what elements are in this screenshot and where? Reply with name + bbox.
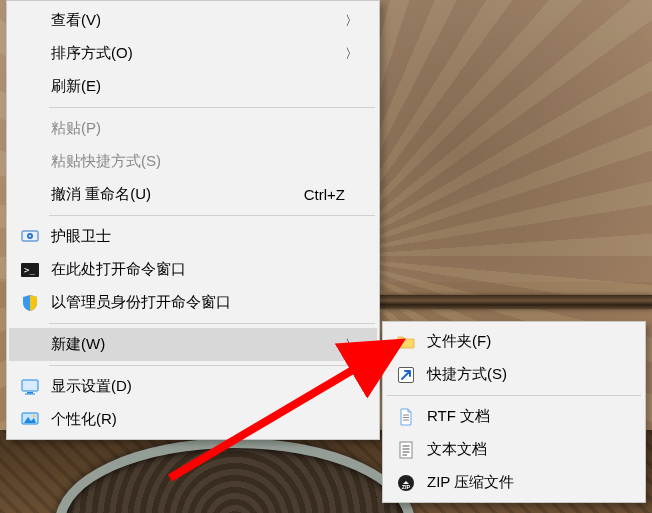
svg-rect-5 <box>22 380 38 391</box>
menu-label: 快捷方式(S) <box>427 365 621 384</box>
menu-label: 显示设置(D) <box>51 377 355 396</box>
svg-point-10 <box>33 414 36 417</box>
cmd-icon: >_ <box>21 261 39 279</box>
menu-item-new-txt[interactable]: 文本文档 <box>385 433 643 466</box>
menu-item-new[interactable]: 新建(W) 〉 <box>9 328 377 361</box>
menu-label: 护眼卫士 <box>51 227 355 246</box>
zip-icon: ZIP <box>397 474 415 492</box>
menu-item-paste: 粘贴(P) <box>9 112 377 145</box>
shield-icon <box>21 294 39 312</box>
menu-label: 文件夹(F) <box>427 332 621 351</box>
svg-rect-15 <box>400 442 412 458</box>
menu-item-eye-guard[interactable]: 护眼卫士 <box>9 220 377 253</box>
new-submenu: 文件夹(F) 快捷方式(S) RTF 文档 文本文档 ZIP ZIP 压缩文件 <box>382 321 646 503</box>
svg-text:>_: >_ <box>24 265 35 275</box>
menu-item-new-rtf[interactable]: RTF 文档 <box>385 400 643 433</box>
svg-point-2 <box>29 235 31 237</box>
menu-label: 撤消 重命名(U) <box>51 185 284 204</box>
menu-item-new-zip[interactable]: ZIP ZIP 压缩文件 <box>385 466 643 499</box>
menu-item-paste-shortcut: 粘贴快捷方式(S) <box>9 145 377 178</box>
menu-label: 文本文档 <box>427 440 621 459</box>
menu-item-display-settings[interactable]: 显示设置(D) <box>9 370 377 403</box>
chevron-right-icon: 〉 <box>345 336 355 354</box>
menu-item-open-cmd-admin[interactable]: 以管理员身份打开命令窗口 <box>9 286 377 319</box>
menu-label: 刷新(E) <box>51 77 355 96</box>
menu-label: 新建(W) <box>51 335 345 354</box>
menu-separator <box>49 107 375 108</box>
menu-label: 排序方式(O) <box>51 44 345 63</box>
personalize-icon <box>21 411 39 429</box>
menu-separator <box>49 215 375 216</box>
chevron-right-icon: 〉 <box>345 45 355 63</box>
menu-separator <box>387 395 641 396</box>
rtf-icon <box>397 408 415 426</box>
menu-label: 粘贴(P) <box>51 119 355 138</box>
menu-item-refresh[interactable]: 刷新(E) <box>9 70 377 103</box>
menu-label: 以管理员身份打开命令窗口 <box>51 293 355 312</box>
menu-label: 个性化(R) <box>51 410 355 429</box>
txt-icon <box>397 441 415 459</box>
menu-label: 粘贴快捷方式(S) <box>51 152 355 171</box>
chevron-right-icon: 〉 <box>345 12 355 30</box>
menu-shortcut: Ctrl+Z <box>284 186 345 203</box>
menu-item-sort[interactable]: 排序方式(O) 〉 <box>9 37 377 70</box>
eye-guard-icon <box>21 228 39 246</box>
shortcut-icon <box>397 366 415 384</box>
svg-rect-7 <box>25 393 35 394</box>
desktop-context-menu: 查看(V) 〉 排序方式(O) 〉 刷新(E) 粘贴(P) 粘贴快捷方式(S) … <box>6 0 380 440</box>
svg-rect-6 <box>27 392 33 394</box>
menu-item-new-shortcut[interactable]: 快捷方式(S) <box>385 358 643 391</box>
menu-label: 查看(V) <box>51 11 345 30</box>
folder-icon <box>397 333 415 351</box>
display-icon <box>21 378 39 396</box>
menu-item-new-folder[interactable]: 文件夹(F) <box>385 325 643 358</box>
menu-label: 在此处打开命令窗口 <box>51 260 355 279</box>
menu-item-personalize[interactable]: 个性化(R) <box>9 403 377 436</box>
menu-separator <box>49 323 375 324</box>
menu-item-open-cmd[interactable]: >_ 在此处打开命令窗口 <box>9 253 377 286</box>
svg-text:ZIP: ZIP <box>402 484 411 490</box>
menu-separator <box>49 365 375 366</box>
menu-item-view[interactable]: 查看(V) 〉 <box>9 4 377 37</box>
menu-item-undo[interactable]: 撤消 重命名(U) Ctrl+Z <box>9 178 377 211</box>
menu-label: RTF 文档 <box>427 407 621 426</box>
menu-label: ZIP 压缩文件 <box>427 473 621 492</box>
